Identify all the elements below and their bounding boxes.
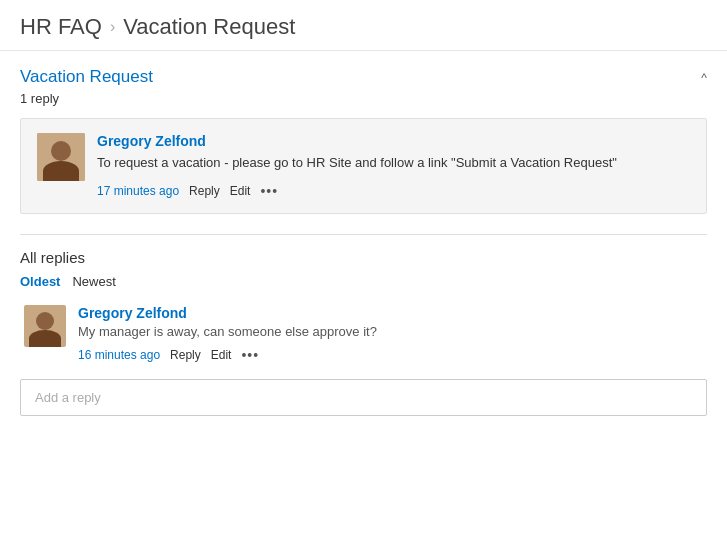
reply-more-icon[interactable]: •••	[241, 347, 259, 363]
avatar	[37, 133, 85, 181]
post-header: Gregory Zelfond To request a vacation - …	[37, 133, 690, 199]
reply-avatar	[24, 305, 66, 347]
post-edit-link[interactable]: Edit	[230, 184, 251, 198]
post-reply-link[interactable]: Reply	[189, 184, 220, 198]
reply-actions: 16 minutes ago Reply Edit •••	[78, 347, 707, 363]
reply-author[interactable]: Gregory Zelfond	[78, 305, 707, 321]
question-title: Vacation Request	[20, 67, 153, 87]
avatar-image	[37, 133, 85, 181]
reply-item: Gregory Zelfond My manager is away, can …	[20, 305, 707, 363]
reply-time: 16 minutes ago	[78, 348, 160, 362]
post-actions: 17 minutes ago Reply Edit •••	[97, 183, 690, 199]
all-replies-title: All replies	[20, 249, 707, 266]
sort-oldest[interactable]: Oldest	[20, 274, 60, 289]
add-reply-placeholder: Add a reply	[35, 390, 101, 405]
collapse-icon[interactable]: ^	[701, 71, 707, 85]
post-more-icon[interactable]: •••	[260, 183, 278, 199]
main-content: Vacation Request ^ 1 reply Gregory Zelfo…	[0, 51, 727, 432]
breadcrumb-separator: ›	[110, 18, 115, 36]
reply-edit-link[interactable]: Edit	[211, 348, 232, 362]
add-reply-input[interactable]: Add a reply	[20, 379, 707, 416]
sort-options: Oldest Newest	[20, 274, 707, 289]
post-time: 17 minutes ago	[97, 184, 179, 198]
post-text: To request a vacation - please go to HR …	[97, 153, 690, 173]
sort-newest[interactable]: Newest	[72, 274, 115, 289]
top-post: Gregory Zelfond To request a vacation - …	[20, 118, 707, 214]
breadcrumb: HR FAQ › Vacation Request	[20, 14, 707, 40]
breadcrumb-current: Vacation Request	[123, 14, 295, 40]
reply-reply-link[interactable]: Reply	[170, 348, 201, 362]
divider	[20, 234, 707, 235]
reply-body: Gregory Zelfond My manager is away, can …	[78, 305, 707, 363]
question-section-header: Vacation Request ^	[20, 67, 707, 87]
post-body: Gregory Zelfond To request a vacation - …	[97, 133, 690, 199]
breadcrumb-parent[interactable]: HR FAQ	[20, 14, 102, 40]
post-author[interactable]: Gregory Zelfond	[97, 133, 690, 149]
reply-count: 1 reply	[20, 91, 707, 106]
page-header: HR FAQ › Vacation Request	[0, 0, 727, 51]
reply-text: My manager is away, can someone else app…	[78, 324, 707, 339]
